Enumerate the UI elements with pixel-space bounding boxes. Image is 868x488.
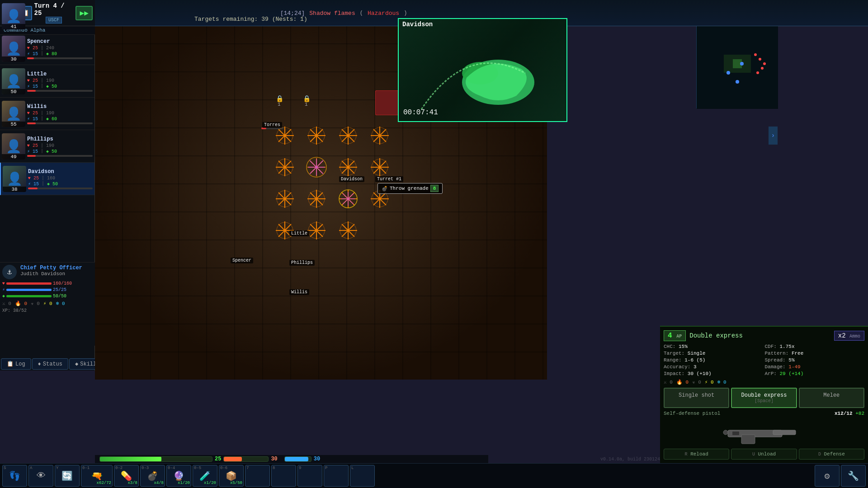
- item-4-count: x1/20: [178, 481, 190, 485]
- slot-l[interactable]: L: [350, 465, 375, 487]
- davidson-map-label: Davidson: [339, 176, 364, 182]
- spencer-map-label: Spencer: [231, 258, 253, 263]
- move-action-btn[interactable]: S 👣: [2, 465, 27, 487]
- unit-card-davidson[interactable]: 👤 38 Davidson ♥ 25 | 160 ⚡ 15 | ◈ 50: [0, 163, 94, 195]
- next-turn-button[interactable]: ▶▶: [75, 6, 93, 20]
- unit-stats-little: Little ♥ 25 | 190 ⚡ 15 | ◈ 50: [25, 71, 93, 92]
- w-elec: ⚡ 0: [705, 379, 714, 385]
- hp-display: 160/160: [53, 281, 72, 286]
- unit-card-phillips[interactable]: 👤 49 Phillips ♥ 25 | 190 ⚡ 15 | ◈ 50: [0, 130, 94, 163]
- unit-level-spencer: 30: [2, 56, 25, 62]
- grenade-count: x4/8: [154, 481, 164, 485]
- status-effects-row: ⚔ 0 🔥 0 ☣ 0 ⚡ 0 ❄ 0: [2, 300, 93, 306]
- reload-bar: R Reload U Unload D Defense: [664, 449, 864, 460]
- item-5-count: x1/20: [204, 481, 216, 485]
- impact-stat: Impact: 30 (+10): [664, 371, 764, 376]
- w-poison: ☣ 0: [692, 379, 701, 385]
- ammo-loaded-display: x12/12 +82: [835, 411, 864, 416]
- unit-level-phillips: 49: [2, 154, 25, 160]
- status-button[interactable]: ♦ Status: [32, 358, 68, 370]
- weapon-stats-grid: CHC: 15% CDF: 1.75x Target: Single Patte…: [664, 344, 864, 376]
- slot-p[interactable]: P: [324, 465, 349, 487]
- unit-hp-max: 190: [46, 78, 54, 83]
- item-slot-6[interactable]: 0-6 📦 x5/50: [219, 465, 244, 487]
- unit-ap: ⚡ 15: [28, 181, 39, 187]
- unit-mp: ◈ 80: [46, 51, 57, 56]
- unit-ap: ⚡ 15: [27, 116, 38, 122]
- settings-btn[interactable]: ⚙: [815, 465, 840, 487]
- unit-avatar-little: 👤 50: [2, 68, 25, 94]
- grenade-icon: 💣: [382, 186, 388, 192]
- unit-name-willis: Willis: [27, 103, 93, 110]
- weapon-slot-1[interactable]: 0-1 🔫 x62/72: [81, 465, 113, 487]
- space-hint: [Space]: [734, 399, 794, 404]
- unit-card-willis[interactable]: 👤 55 Willis ♥ 25 | 190 ⚡ 15 | ◈ 60: [0, 98, 94, 130]
- grenade-count: 8: [430, 185, 439, 192]
- overwatch-action-btn[interactable]: A 👁: [28, 465, 53, 487]
- cdf-stat: CDF: 1.75x: [765, 344, 865, 349]
- weapon-full-name: Self-defense pistol: [664, 411, 720, 416]
- willis-map-label: Willis: [289, 289, 309, 295]
- log-button[interactable]: 📋 Log: [1, 358, 31, 370]
- reload-button[interactable]: R Reload: [664, 449, 729, 460]
- svg-point-97: [756, 71, 759, 74]
- unit-mp: ◈ 50: [47, 181, 58, 187]
- item-5-icon: 🧪: [199, 470, 211, 482]
- slot-7[interactable]: 7: [245, 465, 270, 487]
- camera-content: Davidson 00:07:41: [399, 19, 566, 121]
- unload-button[interactable]: U Unload: [731, 449, 797, 460]
- single-shot-button[interactable]: Single shot: [664, 388, 729, 408]
- unit-stats-spencer: Spencer ♥ 25 | 240 ⚡ 15 | ◈ 80: [25, 38, 93, 59]
- melee-label: Melee: [823, 392, 840, 399]
- unit-hp-bar: [27, 122, 93, 124]
- svg-point-102: [723, 430, 728, 435]
- unit-avatar-torres: 👤 41: [2, 3, 25, 29]
- unit-name-phillips: Phillips: [27, 136, 93, 142]
- targets-info: Targets remaining: 39 (Nests: 1): [190, 16, 371, 23]
- unit-hp-bar: [27, 155, 93, 157]
- log-icon: 📋: [7, 361, 14, 367]
- skills-icon: ◆: [75, 361, 78, 367]
- rotate-icon: 🔄: [61, 470, 73, 482]
- svg-rect-99: [773, 430, 796, 435]
- unit-card-spencer[interactable]: 👤 30 Spencer ♥ 25 | 240 ⚡ 15 | ◈ 80: [0, 33, 94, 65]
- torres-label: Torres: [262, 122, 282, 128]
- unit-ap: ⚡ 15: [27, 149, 38, 154]
- double-express-button[interactable]: Double express [Space]: [731, 388, 797, 408]
- item-slot-4[interactable]: 0-4 🔮 x1/20: [166, 465, 191, 487]
- spread-stat: Spread: 5%: [765, 357, 865, 363]
- weapon-icon: 🔫: [91, 470, 103, 482]
- weapon-ammo-row: Self-defense pistol x12/12 +82: [664, 411, 864, 416]
- medkit-slot[interactable]: 0-2 💊 x3/8: [114, 465, 139, 487]
- double-express-label: Double express: [741, 392, 787, 399]
- svg-point-95: [763, 62, 766, 65]
- overwatch-icon: 👁: [37, 470, 46, 481]
- weapon-name-display: Double express: [689, 332, 743, 339]
- lock-count-2: 1: [305, 102, 308, 107]
- slot-9[interactable]: 9: [297, 465, 322, 487]
- pattern-stat: Pattern: Free: [765, 351, 865, 356]
- item-slot-5[interactable]: 0-5 🧪 x1/20: [193, 465, 217, 487]
- rotate-action-btn[interactable]: Y 🔄: [55, 465, 80, 487]
- unit-hp: ♥ 25: [28, 176, 39, 181]
- char-name: Judith Davidson: [20, 271, 82, 277]
- unit-card-little[interactable]: 👤 50 Little ♥ 25 | 190 ⚡ 15 | ◈ 50: [0, 65, 94, 98]
- edge-nav-button[interactable]: ›: [769, 127, 778, 145]
- action-bar: S 👣 A 👁 Y 🔄 0-1 🔫 x62/72 0-2 💊 x3/8 0-3 …: [0, 463, 868, 488]
- arp-stat: ArP: 29 (+14): [765, 371, 865, 376]
- defense-button[interactable]: D Defense: [799, 449, 864, 460]
- unit-stats-phillips: Phillips ♥ 25 | 190 ⚡ 15 | ◈ 50: [25, 136, 93, 157]
- slot-8[interactable]: 8: [271, 465, 296, 487]
- chc-stat: CHC: 15%: [664, 344, 764, 349]
- grenade-slot[interactable]: 0-3 💣 x4/8: [140, 465, 165, 487]
- minimap[interactable]: 00:07:41: [696, 18, 778, 108]
- unit-mp: ◈ 50: [46, 84, 57, 89]
- tools-icon: 🔧: [848, 470, 859, 482]
- melee-button[interactable]: Melee: [799, 388, 864, 408]
- unit-name-little: Little: [27, 71, 93, 77]
- tools-btn[interactable]: 🔧: [841, 465, 866, 487]
- unit-avatar-spencer: 👤 30: [2, 36, 25, 62]
- unit-level-willis: 55: [2, 122, 25, 127]
- medkit-icon: 💊: [121, 470, 132, 482]
- unit-level-davidson: 38: [3, 187, 26, 192]
